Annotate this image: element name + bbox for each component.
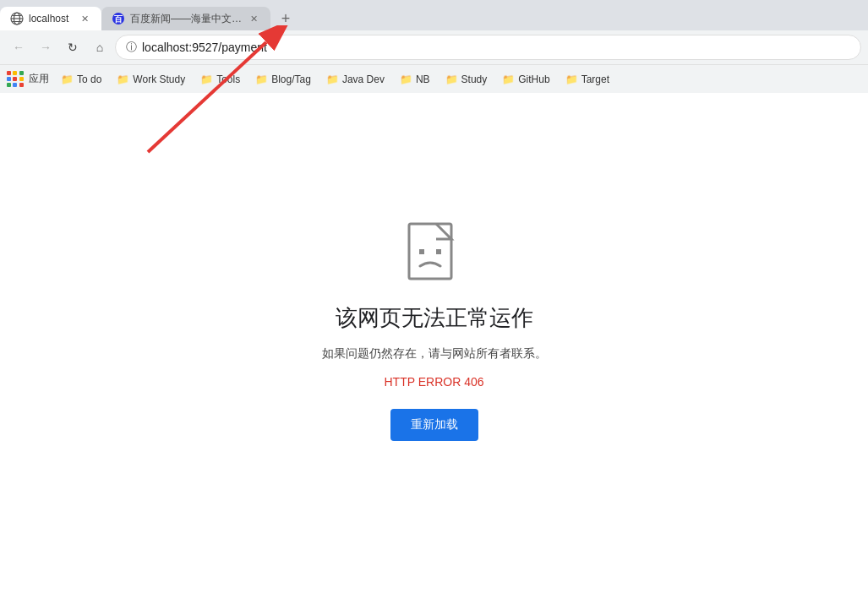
folder-icon-nb: 📁 — [400, 73, 412, 85]
reload-button[interactable]: ↻ — [61, 35, 85, 59]
tab-localhost-close[interactable]: ✕ — [78, 12, 91, 25]
lock-icon: ⓘ — [126, 40, 137, 55]
home-button[interactable]: ⌂ — [88, 35, 112, 59]
bookmark-study[interactable]: 📁 Study — [439, 70, 494, 89]
reload-button-page[interactable]: 重新加载 — [390, 409, 478, 441]
tab-localhost-title: localhost — [29, 13, 73, 24]
bookmark-workstudy[interactable]: 📁 Work Study — [110, 70, 192, 89]
folder-icon-target: 📁 — [565, 73, 578, 85]
tab-baidu-close[interactable]: ✕ — [247, 12, 260, 25]
svg-rect-10 — [419, 249, 424, 254]
bookmark-todo-label: To do — [77, 73, 101, 85]
bookmark-blogtag[interactable]: 📁 Blog/Tag — [248, 70, 318, 89]
bookmark-study-label: Study — [461, 73, 488, 85]
bookmark-javadev-label: Java Dev — [342, 73, 385, 85]
bookmark-blogtag-label: Blog/Tag — [271, 73, 311, 85]
folder-icon-blogtag: 📁 — [255, 73, 268, 85]
folder-icon-workstudy: 📁 — [117, 73, 129, 85]
svg-text:百: 百 — [114, 14, 123, 24]
bookmark-target[interactable]: 📁 Target — [559, 70, 616, 89]
folder-icon-tools: 📁 — [200, 73, 213, 85]
tab-bar: localhost ✕ 百 百度新闻——海量中文资讯平台 ✕ + — [0, 0, 868, 30]
tab-localhost[interactable]: localhost ✕ — [0, 7, 101, 30]
bookmark-javadev[interactable]: 📁 Java Dev — [319, 70, 391, 89]
error-code: HTTP ERROR 406 — [385, 375, 484, 389]
bookmark-tools[interactable]: 📁 Tools — [194, 70, 247, 89]
bookmark-workstudy-label: Work Study — [133, 73, 185, 85]
bookmark-github-label: GitHub — [518, 73, 549, 85]
apps-label[interactable]: 应用 — [29, 72, 49, 86]
bookmark-target-label: Target — [581, 73, 609, 85]
address-bar[interactable]: ⓘ — [115, 35, 861, 60]
folder-icon-github: 📁 — [502, 73, 515, 85]
apps-grid-icon[interactable] — [7, 71, 24, 88]
bookmark-github[interactable]: 📁 GitHub — [495, 70, 556, 89]
tab-baidu-title: 百度新闻——海量中文资讯平台 — [130, 12, 242, 26]
bookmarks-bar: 应用 📁 To do 📁 Work Study 📁 Tools 📁 Blog/T… — [0, 64, 868, 93]
tab-baidu[interactable]: 百 百度新闻——海量中文资讯平台 ✕ — [101, 7, 270, 30]
address-input[interactable] — [142, 41, 850, 54]
baidu-favicon: 百 — [112, 12, 125, 25]
error-title: 该网页无法正常运作 — [336, 303, 533, 333]
folder-icon-javadev: 📁 — [326, 73, 339, 85]
bookmark-nb-label: NB — [416, 73, 430, 85]
bookmark-todo[interactable]: 📁 To do — [54, 70, 108, 89]
error-container: 该网页无法正常运作 如果问题仍然存在，请与网站所有者联系。 HTTP ERROR… — [322, 222, 547, 441]
forward-button[interactable]: → — [34, 35, 57, 59]
back-button[interactable]: ← — [7, 35, 30, 59]
error-subtitle: 如果问题仍然存在，请与网站所有者联系。 — [322, 346, 547, 362]
globe-favicon — [10, 12, 24, 25]
bookmark-tools-label: Tools — [216, 73, 240, 85]
svg-rect-11 — [436, 249, 441, 254]
folder-icon-todo: 📁 — [61, 73, 74, 85]
nav-bar: ← → ↻ ⌂ ⓘ — [0, 30, 868, 64]
new-tab-button[interactable]: + — [274, 7, 298, 30]
folder-icon-study: 📁 — [445, 73, 458, 85]
sad-document-icon — [405, 222, 464, 290]
page-content: 该网页无法正常运作 如果问题仍然存在，请与网站所有者联系。 HTTP ERROR… — [0, 93, 868, 604]
bookmark-nb[interactable]: 📁 NB — [393, 70, 437, 89]
